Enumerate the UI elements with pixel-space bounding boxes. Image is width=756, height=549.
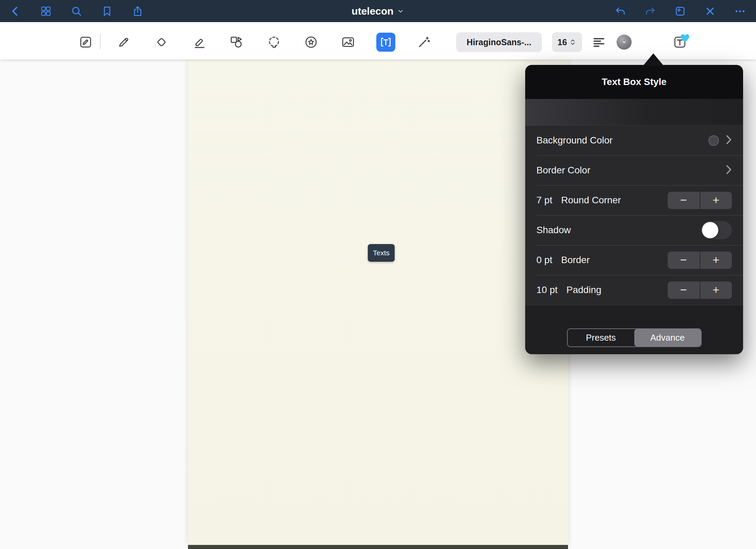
pen-icon — [117, 35, 131, 49]
shadow-toggle[interactable] — [701, 221, 732, 239]
font-name-label: HiraginoSans-... — [467, 37, 531, 47]
font-size-value: 16 — [557, 37, 567, 47]
highlighter-icon — [192, 35, 207, 49]
padding-minus-button[interactable]: − — [668, 281, 700, 299]
photo-tool-button[interactable] — [339, 33, 358, 52]
row-background-color[interactable]: Background Color — [525, 125, 743, 155]
text-color-button[interactable] — [617, 35, 632, 50]
padding-plus-button[interactable]: + — [700, 281, 732, 299]
padding-value: 10 pt — [536, 285, 557, 295]
round-corner-value: 7 pt — [536, 195, 552, 206]
close-button[interactable] — [704, 5, 717, 18]
row-label: Shadow — [536, 225, 571, 236]
share-icon — [132, 5, 143, 17]
lasso-icon — [267, 35, 281, 49]
tab-advance[interactable]: Advance — [634, 329, 701, 346]
border-width-minus-button[interactable]: − — [668, 252, 700, 269]
text-tool-button[interactable] — [376, 33, 395, 52]
text-align-button[interactable] — [589, 33, 608, 52]
round-corner-plus-button[interactable]: + — [700, 192, 732, 209]
share-button[interactable] — [131, 5, 144, 18]
shapes-icon — [229, 35, 243, 49]
bookmark-button[interactable] — [101, 5, 114, 18]
chevron-down-icon — [397, 7, 405, 15]
text-box-style-button[interactable] — [670, 33, 689, 52]
row-label: Background Color — [536, 135, 613, 146]
font-size-stepper[interactable]: 16 — [552, 32, 582, 52]
back-button[interactable] — [9, 5, 22, 18]
document-title: utelecon — [351, 5, 393, 17]
text-box-style-popup: Text Box Style Background Color Border C… — [525, 65, 743, 354]
up-down-chevrons-icon — [569, 38, 577, 46]
popup-rows: Background Color Border Color 7 pt — [525, 125, 743, 305]
font-button[interactable]: HiraginoSans-... — [456, 32, 542, 52]
app-screen: utelecon — [0, 0, 756, 549]
more-button[interactable] — [734, 5, 746, 18]
row-label: Padding — [566, 285, 601, 295]
page-grid-icon — [40, 5, 52, 17]
round-corner-stepper: − + — [668, 192, 732, 209]
chevron-right-icon — [726, 165, 732, 176]
top-nav-bar: utelecon — [0, 0, 756, 22]
popup-title: Text Box Style — [602, 76, 667, 87]
elements-tool-button[interactable] — [302, 33, 321, 52]
eraser-icon — [154, 35, 169, 49]
row-round-corner: 7 pt Round Corner − + — [525, 185, 743, 215]
toggle-knob — [702, 222, 718, 238]
back-icon — [10, 5, 21, 17]
border-width-plus-button[interactable]: + — [700, 252, 732, 269]
add-page-button[interactable] — [674, 5, 687, 18]
border-width-value: 0 pt — [536, 255, 552, 265]
search-icon — [71, 5, 82, 17]
heart-badge-icon — [678, 30, 692, 44]
row-padding: 10 pt Padding − + — [525, 275, 743, 305]
shapes-tool-button[interactable] — [227, 33, 246, 52]
padding-stepper: − + — [668, 281, 732, 299]
photo-icon — [341, 35, 355, 49]
presets-advance-segmented-control: Presets Advance — [567, 328, 702, 347]
text-box-object[interactable]: Texts — [368, 244, 395, 262]
document-title-button[interactable]: utelecon — [351, 5, 404, 17]
border-width-stepper: − + — [668, 252, 732, 269]
bookmark-icon — [101, 5, 113, 17]
popup-preview-band — [525, 99, 743, 125]
tools-toolbar: HiraginoSans-... 16 — [0, 22, 756, 59]
row-border-width: 0 pt Border − + — [525, 245, 743, 275]
row-label: Round Corner — [561, 195, 621, 206]
popup-arrow — [643, 53, 664, 66]
background-color-swatch[interactable] — [708, 135, 719, 146]
row-border-color[interactable]: Border Color — [525, 155, 743, 185]
close-icon — [704, 5, 716, 17]
align-left-icon — [592, 35, 606, 49]
eraser-tool-button[interactable] — [152, 33, 171, 52]
highlighter-tool-button[interactable] — [190, 33, 209, 52]
popup-footer: Presets Advance — [525, 305, 743, 354]
redo-button[interactable] — [644, 5, 657, 18]
undo-button[interactable] — [614, 5, 627, 18]
laser-pointer-icon — [417, 35, 431, 49]
edit-mode-icon — [79, 35, 93, 49]
add-page-icon — [674, 5, 686, 17]
text-icon — [379, 35, 393, 49]
row-label: Border Color — [536, 165, 590, 176]
popup-header: Text Box Style — [525, 65, 743, 99]
search-button[interactable] — [70, 5, 83, 18]
round-corner-minus-button[interactable]: − — [668, 192, 700, 209]
note-page[interactable] — [188, 59, 568, 545]
lasso-tool-button[interactable] — [264, 33, 284, 52]
laser-pointer-tool-button[interactable] — [414, 33, 433, 52]
chevron-right-icon — [726, 135, 732, 146]
toolbar-separator — [100, 34, 101, 49]
pen-tool-button[interactable] — [114, 33, 133, 52]
tab-presets[interactable]: Presets — [568, 329, 634, 346]
redo-icon — [645, 5, 656, 17]
page-thumbnails-button[interactable] — [39, 5, 52, 18]
undo-icon — [615, 5, 626, 17]
chevron-down-icon — [620, 38, 628, 46]
nav-left-group — [0, 5, 144, 18]
edit-mode-button[interactable] — [76, 33, 95, 52]
nav-right-group — [614, 5, 756, 18]
row-shadow: Shadow — [525, 215, 743, 245]
more-icon — [734, 5, 746, 17]
page-bottom-edge — [188, 545, 568, 549]
